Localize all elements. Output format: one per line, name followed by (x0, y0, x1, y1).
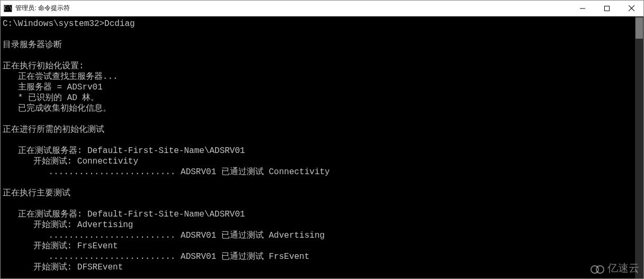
maximize-button[interactable] (595, 1, 619, 16)
minimize-icon (580, 6, 585, 11)
app-icon: C:\ (4, 5, 12, 12)
window-controls (570, 1, 643, 16)
console-output: C:\Windows\system32>Dcdiag 目录服务器诊断 正在执行初… (1, 16, 643, 278)
svg-rect-1 (605, 6, 610, 11)
vertical-scrollbar[interactable] (635, 16, 643, 278)
close-icon (629, 5, 634, 11)
titlebar[interactable]: C:\ 管理员: 命令提示符 (1, 1, 643, 16)
close-button[interactable] (619, 1, 643, 16)
scrollbar-thumb[interactable] (636, 17, 643, 39)
minimize-button[interactable] (570, 1, 595, 16)
command-prompt-window: C:\ 管理员: 命令提示符 C:\Windows\system32>Dcdia… (0, 0, 644, 279)
console-area[interactable]: C:\Windows\system32>Dcdiag 目录服务器诊断 正在执行初… (1, 16, 643, 278)
maximize-icon (604, 6, 610, 11)
window-title: 管理员: 命令提示符 (15, 4, 70, 13)
